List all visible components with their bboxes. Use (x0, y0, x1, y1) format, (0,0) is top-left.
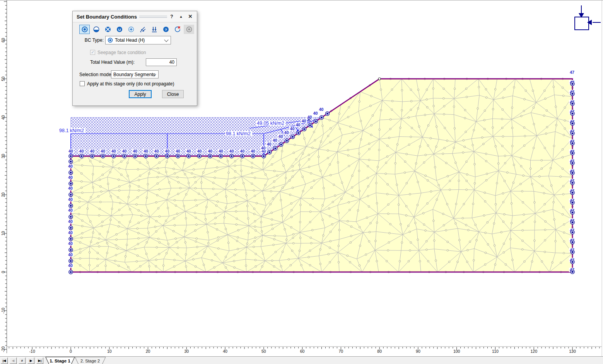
apply-this-stage-label: Apply at this stage only (do not propaga… (87, 81, 174, 87)
svg-text:40: 40 (208, 149, 212, 153)
svg-text:40: 40 (143, 149, 148, 153)
svg-text:40: 40 (68, 252, 73, 257)
svg-text:40: 40 (68, 164, 73, 168)
flow-rate-button[interactable] (102, 25, 113, 34)
svg-text:10: 10 (1, 231, 5, 236)
last-stage-button[interactable]: ▶| (36, 357, 43, 364)
svg-text:40: 40 (133, 149, 137, 153)
svg-text:40: 40 (68, 241, 73, 246)
dialog-title-bar[interactable]: Set Boundary Conditions ? ▲ ✕ (73, 11, 197, 22)
svg-text:40: 40 (267, 142, 272, 146)
remove-bc-button[interactable] (172, 25, 183, 34)
unknown-bc-button[interactable]: ? (161, 25, 171, 34)
collapse-button[interactable]: ▲ (178, 13, 184, 20)
seepage-vertex-icon (139, 26, 146, 33)
svg-text:49.05 kN/m2: 49.05 kN/m2 (257, 121, 284, 126)
svg-text:40: 40 (90, 149, 95, 153)
chevron-down-icon (164, 37, 168, 42)
svg-text:40: 40 (68, 230, 73, 235)
pressure-head-button[interactable] (91, 25, 101, 34)
selection-mode-dropdown[interactable]: Boundary Segments (111, 70, 159, 78)
no-bc-button[interactable] (184, 25, 194, 34)
unknown-pq-button[interactable]: U (114, 25, 125, 34)
stage-number-button[interactable]: # (19, 357, 26, 364)
svg-text:40: 40 (197, 149, 202, 153)
svg-text:40: 40 (186, 149, 191, 153)
close-button[interactable]: Close (162, 90, 184, 98)
svg-text:98.1 kN/m2: 98.1 kN/m2 (59, 128, 84, 133)
apply-this-stage-checkbox[interactable] (80, 81, 85, 86)
flow-rate-icon (104, 26, 111, 33)
total-head-icon (81, 26, 88, 33)
svg-text:40: 40 (302, 119, 306, 123)
svg-text:40: 40 (68, 219, 73, 224)
svg-text:40: 40 (313, 111, 318, 116)
svg-text:100: 100 (453, 349, 460, 354)
svg-text:-10: -10 (29, 349, 35, 354)
svg-text:0: 0 (70, 349, 72, 354)
svg-text:40: 40 (111, 149, 116, 153)
stress-block-icon (575, 5, 601, 30)
svg-text:40: 40 (278, 134, 283, 139)
total-head-button[interactable] (79, 25, 90, 34)
svg-text:40: 40 (68, 263, 73, 268)
next-stage-button[interactable]: ▶ (27, 357, 34, 364)
no-bc-icon (186, 26, 193, 33)
svg-text:40: 40 (240, 149, 245, 153)
bc-type-toolbar: U? (79, 25, 194, 34)
prev-stage-button[interactable]: ◀ (10, 357, 17, 364)
svg-text:110: 110 (492, 349, 499, 354)
svg-text:20: 20 (1, 192, 5, 197)
first-stage-button[interactable]: |◀ (1, 357, 8, 364)
infiltration-icon (151, 26, 158, 33)
unknown-bc-icon: ? (162, 26, 169, 33)
svg-text:40: 40 (296, 122, 301, 127)
infiltration-button[interactable] (149, 25, 159, 34)
svg-text:40: 40 (223, 349, 227, 354)
svg-text:47: 47 (570, 70, 574, 75)
close-icon[interactable]: ✕ (187, 13, 194, 20)
svg-text:60: 60 (1, 38, 5, 43)
total-head-value-input[interactable] (146, 58, 177, 66)
svg-text:20: 20 (146, 349, 150, 354)
svg-text:60: 60 (300, 349, 305, 354)
pressure-head-icon (93, 26, 100, 33)
svg-text:70: 70 (339, 349, 343, 354)
svg-text:40: 40 (68, 186, 73, 191)
svg-text:50: 50 (261, 349, 266, 354)
svg-text:98.1 kN/m2: 98.1 kN/m2 (226, 131, 251, 136)
svg-text:-20: -20 (1, 346, 5, 352)
svg-text:10: 10 (107, 349, 112, 354)
title-grip-line (139, 17, 167, 18)
total-head-icon (108, 37, 113, 43)
tab-stage-1-label[interactable]: 1. Stage 1 (50, 359, 70, 363)
tab-stage-2-label[interactable]: 2. Stage 2 (80, 359, 100, 363)
svg-text:40: 40 (229, 149, 234, 153)
help-button[interactable]: ? (168, 13, 175, 20)
seepage-vertex-button[interactable] (137, 25, 148, 34)
apply-button[interactable]: Apply (129, 90, 152, 98)
selection-mode-value: Boundary Segments (113, 72, 155, 77)
svg-text:40: 40 (154, 149, 159, 153)
svg-text:50: 50 (1, 77, 5, 81)
svg-text:130: 130 (569, 349, 576, 354)
svg-text:-10: -10 (1, 308, 5, 313)
dialog-title: Set Boundary Conditions (77, 14, 137, 20)
unknown-pq-icon: U (116, 26, 123, 33)
svg-text:30: 30 (184, 349, 189, 354)
bc-type-dropdown[interactable]: Total Head (H) (105, 36, 171, 44)
svg-text:40: 40 (1, 115, 5, 120)
svg-text:40: 40 (79, 149, 84, 153)
zero-pressure-button[interactable] (126, 25, 136, 34)
seepage-face-label: Seepage face condition (97, 50, 146, 55)
svg-text:40: 40 (290, 126, 295, 131)
svg-text:0: 0 (1, 271, 5, 273)
svg-text:40: 40 (319, 107, 324, 112)
seepage-face-checkbox[interactable]: ✓ (90, 50, 95, 55)
svg-text:40: 40 (219, 149, 223, 153)
svg-text:40: 40 (284, 130, 289, 135)
svg-text:40: 40 (176, 149, 180, 153)
svg-text:40: 40 (122, 149, 127, 153)
svg-text:U: U (118, 27, 121, 32)
svg-text:80: 80 (377, 349, 382, 354)
